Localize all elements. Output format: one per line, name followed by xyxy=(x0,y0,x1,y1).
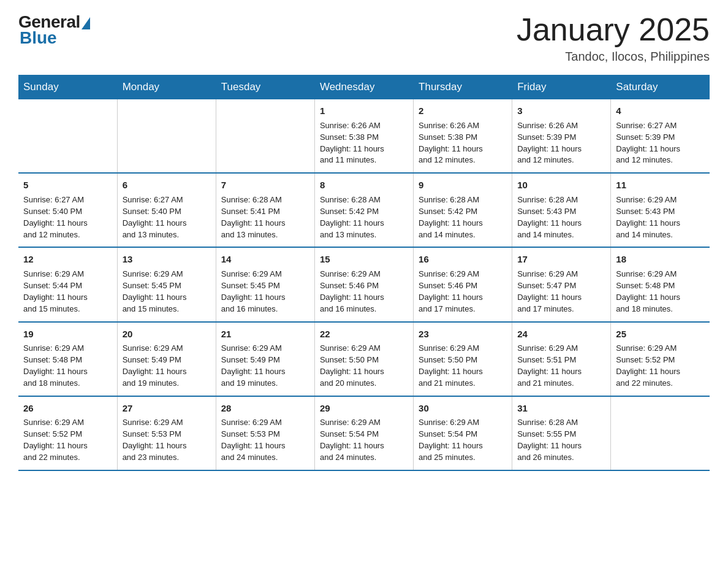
day-info-line: Sunrise: 6:29 AM xyxy=(419,417,507,429)
day-info-line: Sunrise: 6:29 AM xyxy=(23,417,112,429)
day-info-line: Sunset: 5:53 PM xyxy=(221,429,309,440)
calendar-cell xyxy=(117,99,216,173)
calendar-cell: 29Sunrise: 6:29 AMSunset: 5:54 PMDayligh… xyxy=(314,396,413,470)
day-info-line: and 13 minutes. xyxy=(221,229,309,241)
calendar-cell: 17Sunrise: 6:29 AMSunset: 5:47 PMDayligh… xyxy=(512,247,611,321)
day-info-line: Sunrise: 6:29 AM xyxy=(320,417,408,429)
day-info-line: and 23 minutes. xyxy=(123,452,211,464)
day-number: 29 xyxy=(320,402,408,415)
week-row-5: 26Sunrise: 6:29 AMSunset: 5:52 PMDayligh… xyxy=(18,396,710,470)
weekday-header-row: SundayMondayTuesdayWednesdayThursdayFrid… xyxy=(18,75,710,99)
day-info-line: Sunset: 5:45 PM xyxy=(221,280,309,292)
weekday-header-tuesday: Tuesday xyxy=(216,75,314,99)
day-info-line: Daylight: 11 hours xyxy=(221,366,309,378)
day-info-line: Daylight: 11 hours xyxy=(221,292,309,304)
day-info-line: Sunrise: 6:29 AM xyxy=(221,417,309,429)
calendar-cell: 24Sunrise: 6:29 AMSunset: 5:51 PMDayligh… xyxy=(512,322,611,396)
logo-blue-text: Blue xyxy=(20,28,57,48)
day-number: 3 xyxy=(517,104,605,118)
day-info-line: Daylight: 11 hours xyxy=(123,440,211,452)
day-info-line: Sunset: 5:40 PM xyxy=(23,206,112,218)
day-info-line: Sunrise: 6:27 AM xyxy=(616,120,705,132)
day-info-line: Daylight: 11 hours xyxy=(419,292,507,304)
calendar-cell xyxy=(18,99,117,173)
day-info-line: Sunset: 5:49 PM xyxy=(123,354,211,366)
day-info-line: and 17 minutes. xyxy=(517,304,605,315)
day-info-line: Daylight: 11 hours xyxy=(320,440,408,452)
calendar-cell: 23Sunrise: 6:29 AMSunset: 5:50 PMDayligh… xyxy=(414,322,512,396)
day-info-line: Sunrise: 6:28 AM xyxy=(419,194,507,206)
day-info-line: Sunset: 5:46 PM xyxy=(320,280,408,292)
day-info-line: and 15 minutes. xyxy=(123,304,211,315)
calendar-cell: 26Sunrise: 6:29 AMSunset: 5:52 PMDayligh… xyxy=(18,396,117,470)
weekday-header-friday: Friday xyxy=(512,75,611,99)
day-info-line: Sunset: 5:54 PM xyxy=(419,429,507,440)
day-number: 31 xyxy=(517,402,605,415)
day-info-line: and 24 minutes. xyxy=(320,452,408,464)
day-info-line: Sunrise: 6:29 AM xyxy=(419,269,507,280)
day-info-line: and 18 minutes. xyxy=(616,304,705,315)
calendar-cell: 2Sunrise: 6:26 AMSunset: 5:38 PMDaylight… xyxy=(414,99,512,173)
day-info-line: and 24 minutes. xyxy=(221,452,309,464)
day-info-line: Daylight: 11 hours xyxy=(616,292,705,304)
day-info-line: and 22 minutes. xyxy=(616,378,705,389)
calendar-cell: 20Sunrise: 6:29 AMSunset: 5:49 PMDayligh… xyxy=(117,322,216,396)
day-info-line: Sunrise: 6:28 AM xyxy=(221,194,309,206)
day-info-line: Sunset: 5:44 PM xyxy=(23,280,112,292)
day-info-line: Daylight: 11 hours xyxy=(123,292,211,304)
day-info-line: Daylight: 11 hours xyxy=(23,218,112,229)
calendar-cell: 1Sunrise: 6:26 AMSunset: 5:38 PMDaylight… xyxy=(314,99,413,173)
day-info-line: Daylight: 11 hours xyxy=(517,292,605,304)
calendar-cell: 18Sunrise: 6:29 AMSunset: 5:48 PMDayligh… xyxy=(611,247,710,321)
calendar-cell: 30Sunrise: 6:29 AMSunset: 5:54 PMDayligh… xyxy=(414,396,512,470)
calendar-cell: 31Sunrise: 6:28 AMSunset: 5:55 PMDayligh… xyxy=(512,396,611,470)
day-info-line: Daylight: 11 hours xyxy=(419,218,507,229)
logo: General Blue xyxy=(18,12,90,48)
day-info-line: Sunrise: 6:29 AM xyxy=(616,269,705,280)
calendar-cell: 15Sunrise: 6:29 AMSunset: 5:46 PMDayligh… xyxy=(314,247,413,321)
day-info-line: Sunset: 5:50 PM xyxy=(320,354,408,366)
weekday-header-monday: Monday xyxy=(117,75,216,99)
day-info-line: and 21 minutes. xyxy=(517,378,605,389)
week-row-1: 1Sunrise: 6:26 AMSunset: 5:38 PMDaylight… xyxy=(18,99,710,173)
calendar-cell: 4Sunrise: 6:27 AMSunset: 5:39 PMDaylight… xyxy=(611,99,710,173)
calendar-cell xyxy=(216,99,314,173)
calendar-cell: 27Sunrise: 6:29 AMSunset: 5:53 PMDayligh… xyxy=(117,396,216,470)
day-info-line: and 14 minutes. xyxy=(517,229,605,241)
day-info-line: Daylight: 11 hours xyxy=(616,144,705,155)
day-info-line: Daylight: 11 hours xyxy=(320,292,408,304)
day-info-line: Daylight: 11 hours xyxy=(123,366,211,378)
day-info-line: Daylight: 11 hours xyxy=(616,366,705,378)
day-info-line: Daylight: 11 hours xyxy=(23,292,112,304)
day-number: 17 xyxy=(517,253,605,266)
day-info-line: Sunrise: 6:29 AM xyxy=(23,343,112,354)
day-info-line: Sunrise: 6:29 AM xyxy=(123,417,211,429)
calendar-table: SundayMondayTuesdayWednesdayThursdayFrid… xyxy=(18,75,710,471)
day-info-line: Sunrise: 6:29 AM xyxy=(616,194,705,206)
day-info-line: Daylight: 11 hours xyxy=(320,218,408,229)
day-number: 13 xyxy=(123,253,211,266)
calendar-cell: 7Sunrise: 6:28 AMSunset: 5:41 PMDaylight… xyxy=(216,173,314,247)
day-info-line: Sunset: 5:40 PM xyxy=(123,206,211,218)
calendar-subtitle: Tandoc, Ilocos, Philippines xyxy=(517,50,710,64)
day-info-line: Sunset: 5:41 PM xyxy=(221,206,309,218)
day-info-line: Daylight: 11 hours xyxy=(616,218,705,229)
day-info-line: Sunset: 5:51 PM xyxy=(517,354,605,366)
day-info-line: Sunrise: 6:28 AM xyxy=(320,194,408,206)
week-row-4: 19Sunrise: 6:29 AMSunset: 5:48 PMDayligh… xyxy=(18,322,710,396)
calendar-cell: 3Sunrise: 6:26 AMSunset: 5:39 PMDaylight… xyxy=(512,99,611,173)
day-number: 20 xyxy=(123,327,211,341)
day-info-line: Sunset: 5:39 PM xyxy=(616,132,705,144)
day-info-line: and 13 minutes. xyxy=(123,229,211,241)
day-info-line: and 19 minutes. xyxy=(123,378,211,389)
day-info-line: and 18 minutes. xyxy=(23,378,112,389)
day-info-line: Sunrise: 6:29 AM xyxy=(517,269,605,280)
calendar-cell: 13Sunrise: 6:29 AMSunset: 5:45 PMDayligh… xyxy=(117,247,216,321)
day-info-line: Sunset: 5:54 PM xyxy=(320,429,408,440)
day-info-line: and 20 minutes. xyxy=(320,378,408,389)
day-info-line: and 19 minutes. xyxy=(221,378,309,389)
day-number: 11 xyxy=(616,178,705,192)
day-info-line: Sunrise: 6:27 AM xyxy=(23,194,112,206)
logo-triangle-icon xyxy=(82,17,90,29)
day-info-line: Sunrise: 6:26 AM xyxy=(320,120,408,132)
